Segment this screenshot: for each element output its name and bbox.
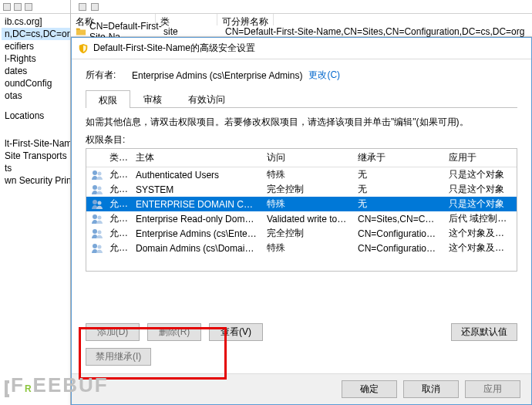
svg-point-7 [98,215,102,219]
cancel-button[interactable]: 取消 [403,380,459,398]
tool-icon[interactable] [25,3,32,11]
cell-inherited: CN=Sites,CN=Configurati... [353,211,444,227]
tree-item[interactable]: l-Rights [2,52,70,65]
tab[interactable]: 有效访问 [175,89,238,107]
svg-point-4 [93,200,97,204]
row-class: site [163,26,225,37]
ok-button[interactable]: 确定 [342,380,397,398]
col-class[interactable]: 类 [156,14,217,25]
tree-item[interactable]: otas [2,89,70,102]
add-button[interactable]: 添加(D) [86,323,140,341]
cell-inherited: CN=Configuration,DC=cs... [353,241,444,256]
svg-point-0 [93,170,97,175]
tree-item[interactable]: Locations [2,110,70,122]
tool-icon[interactable] [3,3,11,11]
tree-list[interactable]: ib.cs.org]n,DC=cs,DC=orecifiersl-Rightsd… [0,14,70,187]
svg-point-10 [93,244,97,248]
tab[interactable]: 权限 [86,90,130,108]
tree-panel: ib.cs.org]n,DC=cs,DC=orecifiersl-Rightsd… [0,0,71,405]
col-principal[interactable]: 主体 [131,149,262,167]
permission-list[interactable]: 类型 主体 访问 继承于 应用于 允许Authenticated Users特殊… [86,148,517,272]
remove-button[interactable]: 删除(R) [147,323,201,341]
svg-point-9 [98,230,102,234]
tree-item[interactable]: n,DC=cs,DC=or [2,28,70,40]
shield-icon [78,43,89,54]
tree-item[interactable]: lt-First-Site-Nam [2,137,70,150]
apply-button[interactable]: 应用 [465,380,520,398]
cell-principal: ENTERPRISE DOMAIN CONTRO... [131,197,262,212]
cell-type: 允许 [105,239,131,257]
tab-strip: 权限审核有效访问 [86,89,517,108]
tree-item[interactable]: ts [2,162,70,174]
restore-defaults-button[interactable]: 还原默认值 [451,323,517,341]
cell-access: 特殊 [262,239,353,257]
cell-principal: Enterprise Read-only Domain C... [131,211,262,227]
svg-point-11 [98,245,102,248]
svg-point-6 [93,214,97,219]
tree-item[interactable]: wn Security Princ [2,174,70,187]
dialog-title: Default-First-Site-Name的高级安全设置 [93,42,525,55]
tool-icon[interactable] [79,3,86,11]
change-owner-link[interactable]: 更改(C) [308,69,340,82]
tab[interactable]: 审核 [130,89,175,107]
col-dn[interactable]: 可分辨名称 [217,14,274,25]
cell-inherited: CN=Configuration,DC=cs... [353,226,444,241]
cell-applies: 这个对象及全部后代 [444,239,517,257]
list-row[interactable]: CN=Default-First-Site-Na... site CN=Defa… [71,25,532,37]
main-toolbar [71,0,532,14]
col-access[interactable]: 访问 [262,149,353,167]
svg-point-1 [98,171,102,175]
col-applies[interactable]: 应用于 [444,149,517,167]
tree-item[interactable]: Site Transports [2,150,70,162]
owner-value: Enterprise Admins (cs\Enterprise Admins) [132,70,302,81]
disable-inheritance-button[interactable]: 禁用继承(I) [86,348,151,366]
watermark: FREEBUF [5,373,109,397]
cell-principal: Enterprise Admins (cs\Enterpris... [131,226,262,241]
tree-item[interactable]: oundConfig [2,77,70,89]
tree-item[interactable]: ib.cs.org] [2,15,70,28]
main-list: 名称 类 可分辨名称 CN=Default-First-Site-Na... s… [71,0,532,37]
tree-item[interactable]: dates [2,65,70,77]
instruction-text: 如需其他信息，请双击权限项目。若要修改权限项目，请选择该项目并单击"编辑"(如果… [86,116,517,129]
dialog-titlebar[interactable]: Default-First-Site-Name的高级安全设置 [72,38,531,59]
dialog-footer: 确定 取消 应用 [72,373,531,404]
perm-header[interactable]: 类型 主体 访问 继承于 应用于 [86,149,517,167]
owner-row: 所有者: Enterprise Admins (cs\Enterprise Ad… [86,69,517,82]
advanced-security-dialog: Default-First-Site-Name的高级安全设置 所有者: Ente… [71,37,532,405]
principal-icon [86,240,105,257]
cell-principal: SYSTEM [131,182,262,197]
permission-row[interactable]: 允许Domain Admins (cs\Domain Ad...特殊CN=Con… [86,241,517,255]
row-dn: CN=Default-First-Site-Name,CN=Sites,CN=C… [225,26,524,37]
owner-label: 所有者: [86,69,132,82]
tree-toolbar [0,0,70,14]
cell-principal: Authenticated Users [131,167,262,183]
svg-point-5 [98,201,102,204]
cell-principal: Domain Admins (cs\Domain Ad... [131,241,262,256]
tool-icon[interactable] [91,3,99,11]
svg-point-3 [98,186,102,190]
folder-icon [76,26,86,37]
view-button[interactable]: 查看(V) [209,323,263,341]
svg-point-2 [93,185,97,190]
svg-point-8 [93,229,97,234]
col-inherited[interactable]: 继承于 [353,149,444,167]
col-type[interactable]: 类型 [105,149,131,167]
tree-item[interactable]: ecifiers [2,40,70,52]
entries-label: 权限条目: [86,133,517,147]
tool-icon[interactable] [14,3,22,11]
